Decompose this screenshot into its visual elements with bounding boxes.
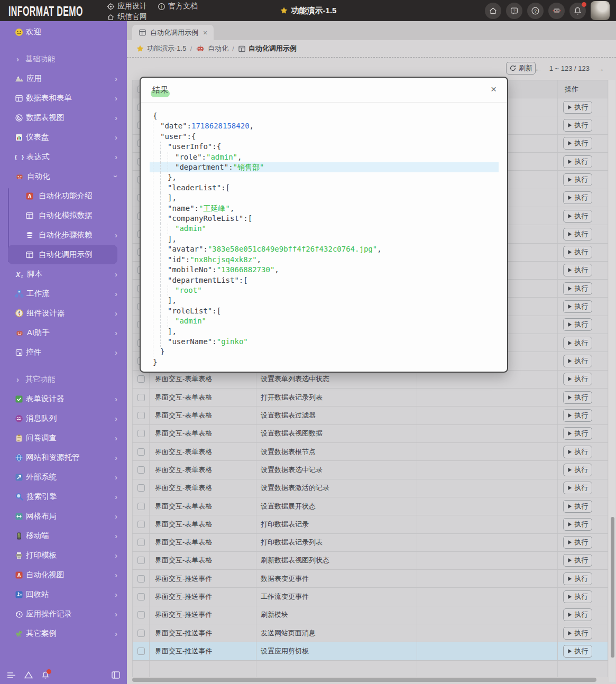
sidebar-item[interactable]: A自动化视图 › [0,565,127,585]
sidebar-item[interactable]: AI助手 › [0,323,127,343]
execute-button[interactable]: 执行 [563,282,592,295]
execute-button[interactable]: 执行 [563,228,592,241]
sidebar-item[interactable]: 欢迎 [0,22,127,42]
execute-button[interactable]: 执行 [563,355,592,367]
execute-button[interactable]: 执行 [563,627,592,640]
sidebar-item[interactable]: 数据表和表单 › [0,88,127,108]
breadcrumb-item[interactable]: 自动化调用示例 [238,44,297,53]
execute-button[interactable]: 执行 [563,464,592,476]
table-row[interactable]: 界面交互-推送事件 设置应用剪切板 执行 [132,642,608,660]
execute-button[interactable]: 执行 [563,572,592,585]
table-row[interactable]: 界面交互-表单表格 设置数据展开状态 执行 [132,497,608,515]
breadcrumb-item[interactable]: 自动化 [196,44,228,53]
prev-page-icon[interactable]: ← [535,64,543,73]
sidebar-item[interactable]: 组件设计器 › [0,303,127,323]
sidebar-item[interactable]: 数据表视图 › [0,108,127,127]
execute-button[interactable]: 执行 [563,101,592,114]
sidebar-item[interactable]: 打印模板 › [0,546,127,565]
sidebar-item[interactable]: 搜索引擎 › [0,487,127,506]
row-checkbox[interactable] [137,412,145,419]
execute-button[interactable]: 执行 [563,554,592,567]
row-checkbox[interactable] [137,648,145,655]
execute-button[interactable]: 执行 [563,173,592,186]
table-row[interactable]: 界面交互-表单表格 设置数据表激活的记录 执行 [132,479,608,497]
table-row[interactable]: 界面交互-推送事件 发送网站页面消息 执行 [132,624,608,642]
sidebar-item[interactable]: 消息队列 › [0,409,127,428]
row-checkbox[interactable] [137,484,145,492]
execute-button[interactable]: 执行 [563,137,592,150]
bell-icon[interactable] [41,671,50,679]
nav-info-icon[interactable]: i官方文档 [158,2,198,11]
triangle-icon[interactable] [24,671,33,679]
sidebar-item[interactable]: 自动化步骤依赖 › [0,225,127,245]
table-row[interactable]: 界面交互-表单表格 打印数据表记录列表 执行 [132,534,608,552]
row-checkbox[interactable] [137,521,145,528]
row-checkbox[interactable] [137,466,145,474]
sidebar-item[interactable]: 工作流 › [0,284,127,303]
sidebar-item[interactable]: 应用操作记录 › [0,604,127,624]
refresh-button[interactable]: 刷新 [506,62,536,75]
sidebar-item[interactable]: 应用 › [0,69,127,88]
tab-close-icon[interactable]: × [203,29,207,37]
sidebar-item[interactable]: 表单设计器 › [0,389,127,409]
row-checkbox[interactable] [137,630,145,637]
sidebar-group[interactable]: ›其它功能 [0,369,127,389]
row-checkbox[interactable] [137,593,145,600]
table-row[interactable]: 界面交互-表单表格 刷新数据表视图列状态 执行 [132,552,608,570]
sidebar-item[interactable]: 网站和资源托管 › [0,448,127,467]
table-row[interactable]: 界面交互-表单表格 设置数据表过滤器 执行 [132,406,608,424]
execute-button[interactable]: 执行 [563,446,592,458]
table-row[interactable]: 界面交互-表单表格 设置数据表根节点 执行 [132,443,608,461]
sidebar-item[interactable]: 回收站 › [0,585,127,604]
execute-button[interactable]: 执行 [563,210,592,223]
table-row[interactable]: 界面交互-表单表格 设置数据表视图数据 执行 [132,425,608,443]
sidebar-item[interactable]: 其它案例 › [0,624,127,643]
row-checkbox[interactable] [137,557,145,564]
table-row[interactable]: 界面交互-推送事件 数据表变更事件 执行 [132,570,608,588]
sidebar-item[interactable]: 仪表盘 › [0,127,127,147]
sidebar-item[interactable]: A自动化功能介绍 [0,186,127,206]
topbar-robot-button[interactable] [548,3,565,19]
sidebar-item[interactable]: 控件 › [0,343,127,362]
nav-gear-icon[interactable]: 应用设计 [107,2,147,11]
sidebar-item[interactable]: 移动端 › [0,526,127,546]
row-checkbox[interactable] [137,503,145,510]
execute-button[interactable]: 执行 [563,536,592,549]
sidebar-item[interactable]: X2脚本 › [0,264,127,284]
sidebar-item[interactable]: { }表达式 › [0,147,127,167]
avatar[interactable] [591,1,610,20]
table-row[interactable]: 界面交互-表单表格 打开数据表记录列表 执行 [132,389,608,406]
next-page-icon[interactable]: → [596,64,604,73]
execute-button[interactable]: 执行 [563,427,592,440]
sidebar-item[interactable]: 自动化调用示例 [8,245,117,264]
execute-button[interactable]: 执行 [563,482,592,494]
execute-button[interactable]: 执行 [563,246,592,258]
row-checkbox[interactable] [137,375,145,383]
execute-button[interactable]: 执行 [563,608,592,621]
row-checkbox[interactable] [137,539,145,546]
topbar-bell-button[interactable] [569,3,586,19]
sidebar-group[interactable]: ›基础功能 [0,49,127,69]
panel-toggle-icon[interactable] [112,671,120,679]
row-checkbox[interactable] [137,448,145,456]
row-checkbox[interactable] [137,430,145,437]
sidebar-item[interactable]: 问卷调查 › [0,428,127,448]
row-checkbox[interactable] [137,575,145,583]
execute-button[interactable]: 执行 [563,409,592,422]
execute-button[interactable]: 执行 [563,300,592,313]
modal-close-icon[interactable]: × [491,84,497,95]
menu-lines-icon[interactable] [7,671,16,679]
execute-button[interactable]: 执行 [563,191,592,204]
execute-button[interactable]: 执行 [563,645,592,658]
execute-button[interactable]: 执行 [563,119,592,132]
execute-button[interactable]: 执行 [563,500,592,513]
tab-automation-example[interactable]: 自动化调用示例 × [132,25,214,40]
table-row[interactable]: 界面交互-表单表格 打印数据表记录 执行 [132,515,608,533]
breadcrumb-item[interactable]: 功能演示-1.5 [136,44,186,53]
execute-button[interactable]: 执行 [563,337,592,349]
table-row[interactable]: 界面交互-表单表格 设置数据表选中记录 执行 [132,461,608,479]
table-row[interactable]: 界面交互-推送事件 工作流变更事件 执行 [132,588,608,606]
execute-button[interactable]: 执行 [563,590,592,603]
sidebar-item[interactable]: 自动化 › [0,167,127,186]
vertical-scrollbar[interactable] [611,517,614,658]
